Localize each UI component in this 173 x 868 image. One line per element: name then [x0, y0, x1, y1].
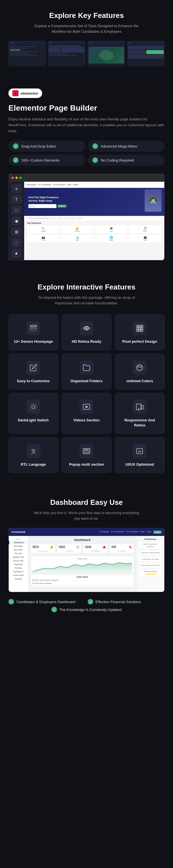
check-label: Candidates & Employers Dashboard [16, 600, 75, 604]
ux-icon: UX [132, 444, 147, 458]
nav-section-title: MENU [9, 538, 28, 540]
trust-logo [57, 217, 63, 219]
svg-point-16 [140, 366, 141, 368]
feature-label: No Coding Required [101, 158, 134, 162]
dashboard-title: Dashboard Easy Use [8, 498, 165, 507]
check-icon: ✓ [51, 607, 57, 612]
feature-label: 100+ Custom Elements [21, 158, 59, 162]
nav-link-dashboard[interactable]: Dashboard [9, 541, 28, 544]
thumb-line [49, 54, 67, 54]
colors-icon [132, 361, 147, 375]
interactive-title: Explore Interactive Features [8, 283, 165, 291]
folders-icon [79, 361, 94, 375]
cats-grid: ✏️ Design ✍ Writing 💻 Tech 🎵 [27, 225, 162, 242]
sidebar-icon: ◉ [11, 216, 22, 226]
nav-item: Homepage [99, 531, 109, 534]
key-features-subtitle: Explore a Comprehensive Set of Tools Des… [30, 23, 143, 34]
svg-rect-8 [137, 328, 139, 329]
svg-text:文: 文 [31, 448, 36, 454]
feature-card-demos: 12+ Demos Homepage [8, 314, 58, 350]
thumb-line [49, 55, 77, 56]
hero-search-input: Search... [28, 204, 56, 208]
sidebar-icon: T [11, 195, 22, 204]
search-placeholder: Search... [29, 205, 36, 207]
preview-editor: ≡ T □ ◉ ⊞ ♡ ★ Homepage For Candidates Fo… [9, 182, 164, 260]
nav-link-settings[interactable]: Settings [9, 577, 28, 581]
feature-card-title: Responnsive And Retina [120, 418, 160, 428]
map-visual [89, 47, 124, 64]
cat-icon: 💻 [109, 227, 113, 230]
svg-rect-10 [141, 328, 143, 329]
svg-rect-29 [141, 405, 143, 409]
screenshot-3 [88, 41, 125, 66]
preview-nav-item: Pages [73, 184, 79, 186]
stat-card-saved: 419 🔖 ↑ Saved Jobs [109, 544, 134, 554]
pixel-icon [132, 321, 147, 335]
nav-link-profile[interactable]: My Profile [9, 548, 28, 552]
work-text: Brand identity package [34, 582, 51, 584]
trust-text: Trusted by leading companies [27, 217, 49, 219]
svg-line-21 [35, 409, 36, 409]
sidebar-icon: ⊞ [11, 227, 22, 237]
check-item-candidates: ✓ Candidates & Employers Dashboard [8, 599, 85, 604]
preview-nav-item: For Employers [53, 184, 66, 186]
hero-image: 👩‍💻 [145, 189, 162, 212]
cat-icon: 🌐 [109, 236, 113, 239]
cat-card: ✍ Writing [61, 225, 94, 233]
feature-label: Drag And Drop Editor [21, 144, 56, 148]
feature-card-folders: Organized Folders [61, 354, 111, 390]
nav-link-saved[interactable]: Saved Jobs [9, 559, 28, 562]
dot-red [11, 177, 14, 179]
feature-pill-nocoding: ✓ No Coding Required [88, 155, 165, 166]
trust-logo [71, 217, 76, 219]
cat-icon: 🎬 [144, 236, 147, 239]
elementor-description: Enjoy intuitive interface and flexibilit… [8, 117, 165, 134]
feature-card-title: Dark/Light Switch [18, 418, 49, 423]
check-label: Effective Financial Solutions [96, 600, 141, 604]
nav-link-balance[interactable]: My Balance [9, 570, 28, 574]
key-features-section: Explore Key Features Explore a Comprehen… [0, 0, 173, 77]
cat-name: Photo [42, 239, 45, 241]
nav-link-active[interactable]: Active Work [9, 574, 28, 577]
feature-card-title: HD Retina Ready [72, 339, 101, 344]
nav-link-messages[interactable]: Messages [9, 544, 28, 548]
chart-title: Page Views [32, 558, 132, 560]
elementor-badge: e elementor [8, 89, 42, 98]
nav-item: For Candidates [111, 531, 124, 534]
notif-title: Notifications [139, 538, 162, 540]
dashboard-preview: FreelanHub Homepage For Candidates For E… [8, 528, 165, 592]
dash-login-btn[interactable]: Login [153, 531, 162, 534]
hero-heading: Find The Right FreelanceService, Right A… [28, 196, 66, 203]
preview-content: Homepage For Candidates For Employers Bl… [24, 182, 164, 260]
svg-rect-0 [30, 326, 36, 327]
feature-pill-drag: ✓ Drag And Drop Editor [8, 141, 85, 152]
dashboard-section: Dashboard Easy Use We'll help you find i… [0, 484, 173, 624]
trust-logo [64, 217, 70, 219]
categories-section: Top Categories ✏️ Design ✍ Writing 💻 Te [24, 220, 164, 244]
thumb-line [10, 53, 27, 54]
darklight-icon [26, 400, 41, 414]
svg-marker-27 [86, 406, 88, 408]
trust-logo [51, 217, 56, 219]
elementor-title: Elementor Page Builder [8, 103, 165, 113]
notif-item: Payment confirmed $250 [139, 550, 162, 555]
cat-card: 🌐 Digital [95, 235, 128, 242]
stat-label: Total Jobs [59, 550, 80, 552]
nav-link-jobs[interactable]: My Jobs [9, 552, 28, 555]
screenshots-row [8, 41, 165, 66]
interactive-features-section: Explore Interactive Features Go beyond t… [0, 269, 173, 484]
svg-rect-12 [139, 330, 141, 332]
retina-icon [79, 321, 94, 335]
nav-link-reviews[interactable]: Reviews [9, 566, 28, 570]
nav-link-applied[interactable]: Applied Jobs [9, 555, 28, 559]
elementor-preview: ≡ T □ ◉ ⊞ ♡ ★ Homepage For Candidates Fo… [8, 174, 165, 260]
feature-card-title: Popup multi section [69, 462, 104, 467]
nav-link-payments[interactable]: Payments [9, 562, 28, 566]
notif-text: Payment confirmed $250 [140, 552, 160, 554]
rtl-icon: 文 [26, 444, 41, 458]
active-work-section: Active Work 2023 T-Shirt Design for Webs… [31, 574, 134, 587]
feature-card-title: Videos Section [74, 418, 100, 423]
thumb-line [49, 45, 81, 46]
trust-bar: Trusted by leading companies [24, 216, 164, 220]
cat-card: 💻 Tech [95, 225, 128, 233]
